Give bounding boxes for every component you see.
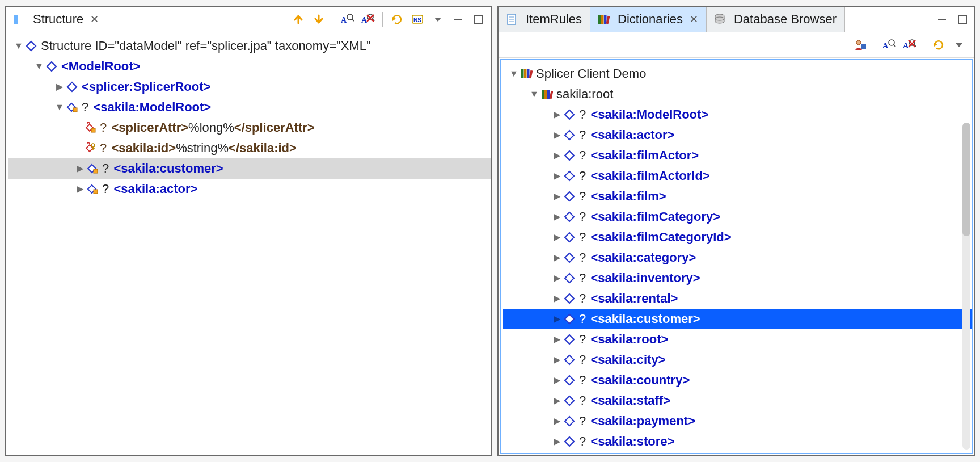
tab-label: Structure xyxy=(33,12,83,27)
tab-dictionaries[interactable]: Dictionaries ✕ xyxy=(590,7,707,32)
node-label: ? <sakila:root> xyxy=(579,333,668,346)
diamond-icon xyxy=(563,149,576,162)
tree-item[interactable]: ▶? <sakila:category> xyxy=(503,247,972,268)
diamond-icon xyxy=(563,108,576,121)
node-label: ? <sakila:id>%string%</sakila:id> xyxy=(100,141,297,154)
tab-itemrules[interactable]: ItemRules xyxy=(499,7,590,32)
node-label: ? <sakila:payment> xyxy=(579,414,695,427)
node-label: ? <sakila:country> xyxy=(579,373,690,387)
attr-key-icon xyxy=(84,142,96,154)
tab-database-browser[interactable]: Database Browser xyxy=(707,7,845,32)
structure-icon xyxy=(12,13,25,26)
node-label: ? <sakila:actor> xyxy=(579,128,674,141)
letters-magnifier-icon[interactable] xyxy=(882,37,897,52)
tree-item[interactable]: ▶? <sakila:filmCategory> xyxy=(503,207,972,227)
scroll-thumb[interactable] xyxy=(962,123,970,236)
books-icon xyxy=(597,13,610,26)
node-label: ? <sakila:filmCategoryId> xyxy=(579,230,732,243)
tree-item[interactable]: ▶? <sakila:country> xyxy=(503,370,972,390)
node-label: <ModelRoot> xyxy=(61,60,140,73)
node-label: ? <sakila:customer> xyxy=(102,162,223,175)
node-label: ? <sakila:customer> xyxy=(579,312,700,325)
tree-root[interactable]: ▼ Structure ID="dataModel" ref="splicer.… xyxy=(8,36,491,56)
maximize-icon[interactable] xyxy=(955,12,970,27)
tree-item[interactable]: ▼ <ModelRoot> xyxy=(8,56,491,77)
tree-item[interactable]: ▼ ? <sakila:ModelRoot> xyxy=(8,97,491,117)
tree-item[interactable]: ▶? <sakila:film> xyxy=(503,186,972,207)
tree-item[interactable]: ▶? <sakila:root> xyxy=(503,329,972,350)
down-arrow-icon[interactable] xyxy=(311,12,326,27)
node-label: ? <sakila:inventory> xyxy=(579,271,700,284)
tree-item[interactable]: ▶? <sakila:city> xyxy=(503,350,972,370)
tree-item[interactable]: ? <sakila:id>%string%</sakila:id> xyxy=(8,138,491,158)
node-label: ? <sakila:filmCategory> xyxy=(579,210,720,223)
node-label: ? <sakila:ModelRoot> xyxy=(82,100,211,114)
view-menu-icon[interactable] xyxy=(430,12,445,27)
user-icon[interactable] xyxy=(853,37,868,52)
tab-label: Dictionaries xyxy=(618,12,683,27)
tree-item[interactable]: ▶ <splicer:SplicerRoot> xyxy=(8,77,491,97)
attr-icon xyxy=(84,121,96,134)
tree-item[interactable]: ▶? <sakila:filmActor> xyxy=(503,145,972,166)
diamond-icon xyxy=(563,354,576,366)
diamond-icon xyxy=(563,435,576,448)
node-label: <splicer:SplicerRoot> xyxy=(82,80,210,93)
left-tree[interactable]: ▼ Structure ID="dataModel" ref="splicer.… xyxy=(6,32,491,455)
tree-item[interactable]: ▶? <sakila:rental> xyxy=(503,288,972,309)
right-toolbar xyxy=(499,32,974,58)
letters-magnifier-delete-icon[interactable] xyxy=(361,12,375,27)
tree-root[interactable]: ▼ Splicer Client Demo xyxy=(503,64,972,84)
diamond-icon xyxy=(563,415,576,427)
books-icon xyxy=(540,88,553,100)
tree-item-selected[interactable]: ▶ ? <sakila:customer> xyxy=(8,158,491,179)
tree-item[interactable]: ? <splicerAttr>%long%</splicerAttr> xyxy=(8,117,491,138)
tree-item[interactable]: ▶? <sakila:inventory> xyxy=(503,268,972,288)
tree-item[interactable]: ▶ ? <sakila:actor> xyxy=(8,179,491,199)
diamond-icon xyxy=(563,313,576,325)
tree-item[interactable]: ▶? <sakila:staff> xyxy=(503,390,972,411)
tab-structure[interactable]: Structure ✕ xyxy=(6,7,107,32)
maximize-icon[interactable] xyxy=(471,12,486,27)
diamond-question-icon xyxy=(86,183,99,195)
left-toolbar xyxy=(291,7,491,32)
node-label: ? <sakila:filmActor> xyxy=(579,149,699,162)
tree-item-selected[interactable]: ▶? <sakila:customer> xyxy=(503,309,972,329)
tree-item[interactable]: ▼ sakila:root xyxy=(503,84,972,104)
up-arrow-icon[interactable] xyxy=(291,12,306,27)
refresh-icon[interactable] xyxy=(390,12,404,27)
root-label: Structure ID="dataModel" ref="splicer.jp… xyxy=(41,39,371,52)
root-label: Splicer Client Demo xyxy=(536,67,646,80)
structure-pane: Structure ✕ ▼ xyxy=(5,6,492,456)
letters-magnifier-delete-icon[interactable] xyxy=(902,37,917,52)
scrollbar[interactable] xyxy=(962,123,970,450)
tree-item[interactable]: ▶? <sakila:payment> xyxy=(503,411,972,431)
right-tabstrip: ItemRules Dictionaries ✕ Database Browse… xyxy=(499,7,974,32)
left-tabstrip: Structure ✕ xyxy=(6,7,491,32)
diamond-icon xyxy=(563,394,576,407)
diamond-icon xyxy=(563,272,576,284)
close-icon[interactable]: ✕ xyxy=(690,13,698,26)
letters-magnifier-icon[interactable] xyxy=(340,12,355,27)
tab-label: Database Browser xyxy=(734,12,837,27)
refresh-icon[interactable] xyxy=(931,37,946,52)
tree-item[interactable]: ▶? <sakila:filmActorId> xyxy=(503,166,972,186)
right-tree[interactable]: ▼ Splicer Client Demo ▼ sakila:root ▶? <… xyxy=(500,59,973,454)
minimize-icon[interactable] xyxy=(935,12,949,27)
node-label: ? <sakila:film> xyxy=(579,190,666,203)
node-label: sakila:root xyxy=(556,87,613,100)
workspace: Structure ✕ ▼ xyxy=(0,0,980,462)
namespace-icon[interactable] xyxy=(410,12,425,27)
tab-label: ItemRules xyxy=(526,12,582,27)
close-icon[interactable]: ✕ xyxy=(90,13,99,26)
tree-item[interactable]: ▶? <sakila:store> xyxy=(503,431,972,452)
view-menu-icon[interactable] xyxy=(952,37,966,52)
tree-item[interactable]: ▶? <sakila:ModelRoot> xyxy=(503,104,972,125)
database-icon xyxy=(713,13,726,26)
node-label: ? <sakila:store> xyxy=(579,435,674,448)
tree-item[interactable]: ▶? <sakila:actor> xyxy=(503,125,972,145)
node-label: ? <sakila:filmActorId> xyxy=(579,169,710,182)
diamond-question-icon xyxy=(66,101,78,114)
node-label: ? <sakila:rental> xyxy=(579,292,678,305)
minimize-icon[interactable] xyxy=(451,12,466,27)
tree-item[interactable]: ▶? <sakila:filmCategoryId> xyxy=(503,227,972,247)
